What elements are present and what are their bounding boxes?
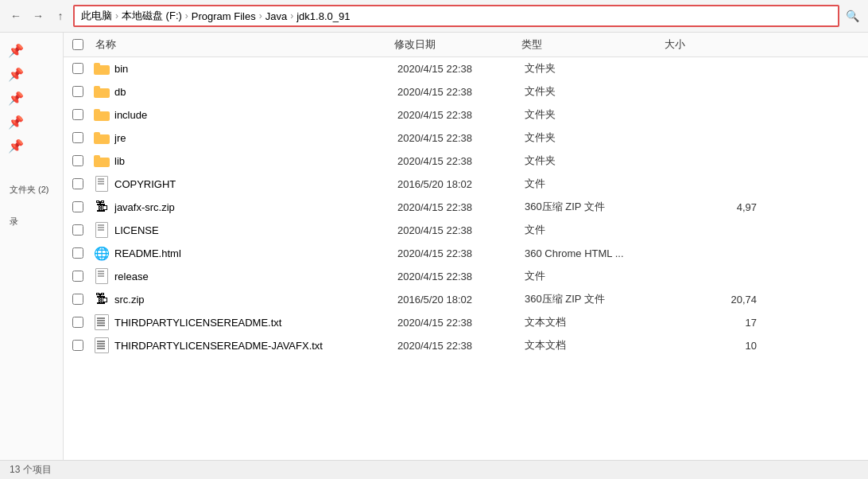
sidebar-status-label: 文件夹 (2) — [10, 184, 49, 196]
column-name-header[interactable]: 名称 — [92, 37, 394, 52]
file-name: LICENSE — [114, 224, 397, 236]
table-row[interactable]: release2020/4/15 22:38文件 — [64, 265, 868, 288]
file-type: 文件 — [525, 269, 668, 283]
file-name: include — [114, 109, 397, 121]
file-name: README.html — [114, 247, 397, 259]
breadcrumb-java[interactable]: Java — [265, 10, 287, 22]
table-row[interactable]: 🗜javafx-src.zip2020/4/15 22:38360压缩 ZIP … — [64, 196, 868, 219]
file-date: 2020/4/15 22:38 — [397, 247, 525, 259]
txt-icon — [95, 337, 109, 353]
table-row[interactable]: COPYRIGHT2016/5/20 18:02文件 — [64, 173, 868, 196]
table-row[interactable]: jre2020/4/15 22:38文件夹 — [64, 127, 868, 150]
file-name: bin — [114, 63, 397, 75]
sidebar-selected-label: 录 — [10, 216, 49, 228]
file-type: 文件夹 — [525, 107, 668, 122]
file-date: 2020/4/15 22:38 — [397, 340, 525, 352]
breadcrumb-local-disk[interactable]: 本地磁盘 (F:) — [122, 9, 182, 23]
zip-icon: 🗜 — [94, 291, 110, 307]
row-checkbox[interactable] — [72, 132, 83, 143]
file-date: 2020/4/15 22:38 — [397, 63, 525, 75]
row-checkbox[interactable] — [72, 178, 83, 189]
breadcrumb-jdk[interactable]: jdk1.8.0_91 — [296, 10, 350, 22]
folder-icon — [94, 131, 110, 144]
file-type: 文件夹 — [525, 61, 668, 76]
file-size: 4,97 — [668, 201, 763, 213]
file-name: jre — [114, 132, 397, 144]
file-type: 文件夹 — [525, 154, 668, 168]
file-type: 文件夹 — [525, 84, 668, 99]
pin-icon-2[interactable]: 📌 — [6, 64, 25, 84]
main-area: 📌 📌 📌 📌 📌 文件夹 (2) 录 名称 修改日期 类型 大小 — [0, 33, 868, 460]
pin-icon-3[interactable]: 📌 — [6, 88, 25, 107]
file-name: THIRDPARTYLICENSEREADME.txt — [114, 317, 397, 329]
search-button[interactable]: 🔍 — [843, 6, 862, 25]
file-date: 2020/4/15 22:38 — [397, 317, 525, 329]
row-checkbox[interactable] — [72, 109, 83, 120]
file-size: 20,74 — [668, 294, 763, 306]
row-checkbox[interactable] — [72, 340, 83, 351]
file-date: 2020/4/15 22:38 — [397, 109, 525, 121]
file-name: src.zip — [114, 294, 397, 306]
table-row[interactable]: 🗜src.zip2016/5/20 18:02360压缩 ZIP 文件20,74 — [64, 288, 868, 311]
file-type: 文件 — [525, 223, 668, 237]
file-list: bin2020/4/15 22:38文件夹db2020/4/15 22:38文件… — [64, 57, 868, 357]
file-date: 2020/4/15 22:38 — [397, 224, 525, 236]
row-checkbox[interactable] — [72, 86, 83, 97]
select-all-checkbox[interactable] — [72, 39, 83, 50]
folder-icon — [94, 62, 110, 75]
column-size-header[interactable]: 大小 — [665, 37, 760, 52]
folder-icon — [94, 85, 110, 98]
zip-icon: 🗜 — [94, 199, 110, 215]
file-date: 2020/4/15 22:38 — [397, 155, 525, 167]
row-checkbox[interactable] — [72, 247, 83, 259]
row-checkbox[interactable] — [72, 155, 83, 166]
table-row[interactable]: include2020/4/15 22:38文件夹 — [64, 103, 868, 127]
column-date-header[interactable]: 修改日期 — [394, 37, 521, 52]
row-checkbox[interactable] — [72, 317, 83, 328]
file-date: 2016/5/20 18:02 — [397, 178, 525, 190]
status-bar: 13 个项目 — [0, 460, 868, 479]
file-date: 2020/4/15 22:38 — [397, 271, 525, 282]
address-bar: ← → ↑ 此电脑 › 本地磁盘 (F:) › Program Files › … — [0, 0, 868, 33]
table-row[interactable]: lib2020/4/15 22:38文件夹 — [64, 150, 868, 173]
sidebar: 📌 📌 📌 📌 📌 文件夹 (2) 录 — [0, 33, 64, 460]
breadcrumb: 此电脑 › 本地磁盘 (F:) › Program Files › Java ›… — [73, 5, 839, 27]
column-type-header[interactable]: 类型 — [521, 37, 665, 52]
file-area: 名称 修改日期 类型 大小 bin2020/4/15 22:38文件夹db202… — [64, 33, 868, 460]
row-checkbox[interactable] — [72, 201, 83, 212]
row-checkbox[interactable] — [72, 271, 83, 282]
row-checkbox[interactable] — [72, 224, 83, 236]
table-row[interactable]: LICENSE2020/4/15 22:38文件 — [64, 219, 868, 242]
table-row[interactable]: bin2020/4/15 22:38文件夹 — [64, 57, 868, 80]
row-checkbox[interactable] — [72, 294, 83, 305]
table-row[interactable]: THIRDPARTYLICENSEREADME-JAVAFX.txt2020/4… — [64, 334, 868, 357]
file-name: lib — [114, 155, 397, 167]
breadcrumb-this-pc[interactable]: 此电脑 — [81, 9, 112, 23]
status-item-count: 13 个项目 — [10, 463, 52, 477]
file-icon — [95, 222, 108, 238]
file-date: 2016/5/20 18:02 — [397, 294, 525, 306]
table-row[interactable]: THIRDPARTYLICENSEREADME.txt2020/4/15 22:… — [64, 311, 868, 334]
file-name: release — [114, 271, 397, 282]
table-row[interactable]: db2020/4/15 22:38文件夹 — [64, 80, 868, 103]
pin-icon-5[interactable]: 📌 — [6, 136, 25, 155]
file-size: 10 — [668, 340, 763, 352]
header-checkbox-cell — [64, 39, 92, 50]
folder-icon — [94, 154, 110, 167]
pin-icon-4[interactable]: 📌 — [6, 112, 25, 131]
up-button[interactable]: ↑ — [51, 6, 70, 25]
file-type: 360压缩 ZIP 文件 — [525, 292, 668, 306]
file-icon — [95, 268, 108, 284]
txt-icon — [95, 314, 109, 330]
file-type: 360 Chrome HTML ... — [525, 247, 668, 259]
forward-button[interactable]: → — [29, 6, 48, 25]
table-row[interactable]: 🌐README.html2020/4/15 22:38360 Chrome HT… — [64, 242, 868, 265]
file-type: 文本文档 — [525, 315, 668, 329]
file-name: THIRDPARTYLICENSEREADME-JAVAFX.txt — [114, 340, 397, 352]
file-type: 文本文档 — [525, 338, 668, 352]
pin-icon-1[interactable]: 📌 — [6, 41, 25, 60]
back-button[interactable]: ← — [6, 6, 25, 25]
breadcrumb-program-files[interactable]: Program Files — [192, 10, 256, 22]
row-checkbox[interactable] — [72, 63, 83, 74]
column-header: 名称 修改日期 类型 大小 — [64, 33, 868, 57]
